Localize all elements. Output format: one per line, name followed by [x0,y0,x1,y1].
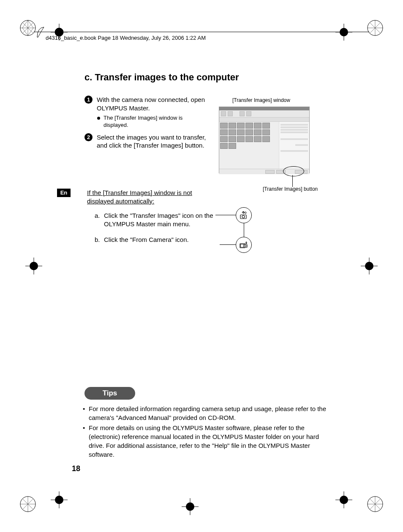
sub-text-a: Click the "Transfer Images" icon on the … [104,211,214,229]
tips-text-1: For more detailed information regarding … [89,404,332,422]
leaf-icon [36,26,45,38]
registration-mark-icon [367,496,384,513]
page-number: 18 [72,464,80,473]
bullet-text: The [Transfer Images] window is displaye… [103,115,196,129]
section-heading: c. Transfer images to the computer [84,72,338,83]
registration-mark-icon [367,19,384,36]
tips-bullet: • [83,423,89,459]
transfer-images-button [295,170,308,174]
page-header: d4316_basic_e.book Page 18 Wednesday, Ju… [46,35,206,41]
crosshair-icon [182,498,199,515]
step-number-1: 1 [84,96,93,104]
leader-line [292,175,293,187]
step-text-1: With the camera now connected, open OLYM… [97,96,209,112]
svg-line-6 [28,28,33,36]
leader-line [220,244,236,245]
subsection-intro: If the [Transfer Images] window is not d… [87,189,218,205]
connector-line [244,223,244,237]
header-rule [34,32,369,32]
svg-line-7 [22,28,28,36]
sub-letter-b: b. [95,236,104,244]
step-number-2: 2 [84,133,93,141]
crosshair-icon [361,258,378,274]
registration-mark-icon [19,496,36,513]
caption-transfer-window: [Transfer Images] window [232,97,290,103]
transfer-images-icon [236,207,252,223]
svg-line-8 [22,20,28,28]
tips-badge: Tips [84,387,135,400]
tips-text-2: For more details on using the OLYMPUS Ma… [89,423,332,459]
crosshair-icon [25,258,42,274]
tips-bullet: • [83,404,89,422]
registration-mark-icon [19,19,36,36]
svg-point-48 [245,212,246,214]
crosshair-icon [335,24,352,41]
leader-line [215,215,236,215]
crosshair-icon [335,491,352,508]
crosshair-icon [51,491,68,508]
transfer-images-window [219,107,310,173]
svg-line-5 [28,20,33,28]
svg-point-47 [242,216,245,218]
step-text-2: Select the images you want to transfer, … [97,133,209,150]
sub-text-b: Click the "From Camera" icon. [104,236,218,244]
bullet-icon [97,117,100,120]
language-badge: En [57,189,71,197]
from-camera-icon [236,237,252,253]
sub-letter-a: a. [95,211,104,229]
caption-transfer-button: [Transfer Images] button [263,186,318,192]
